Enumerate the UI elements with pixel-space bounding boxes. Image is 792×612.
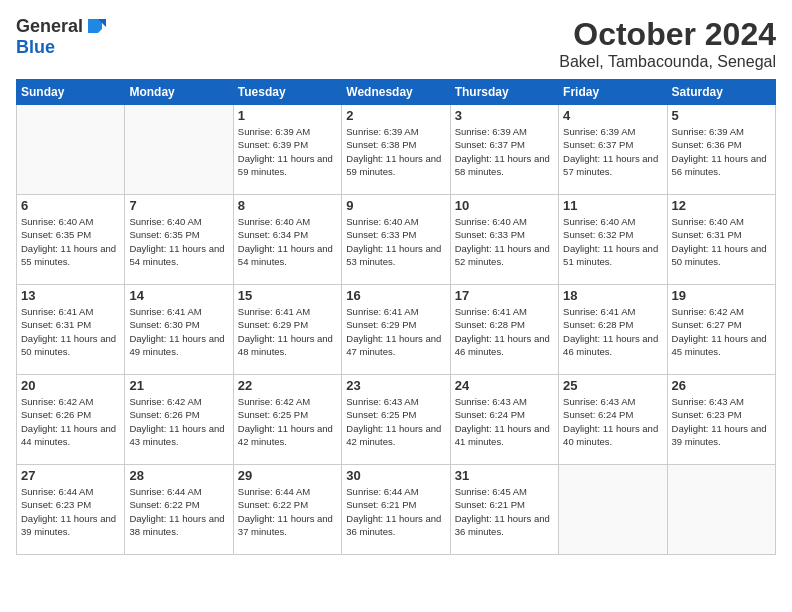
calendar-cell: 16Sunrise: 6:41 AM Sunset: 6:29 PM Dayli… — [342, 285, 450, 375]
day-number: 1 — [238, 108, 337, 123]
calendar-cell: 9Sunrise: 6:40 AM Sunset: 6:33 PM Daylig… — [342, 195, 450, 285]
day-info: Sunrise: 6:42 AM Sunset: 6:25 PM Dayligh… — [238, 395, 337, 448]
calendar-cell: 13Sunrise: 6:41 AM Sunset: 6:31 PM Dayli… — [17, 285, 125, 375]
week-row-5: 27Sunrise: 6:44 AM Sunset: 6:23 PM Dayli… — [17, 465, 776, 555]
logo-bird-icon — [84, 15, 106, 37]
title-area: October 2024 Bakel, Tambacounda, Senegal — [559, 16, 776, 71]
day-info: Sunrise: 6:41 AM Sunset: 6:28 PM Dayligh… — [455, 305, 554, 358]
day-info: Sunrise: 6:43 AM Sunset: 6:24 PM Dayligh… — [563, 395, 662, 448]
day-info: Sunrise: 6:44 AM Sunset: 6:23 PM Dayligh… — [21, 485, 120, 538]
calendar-cell: 22Sunrise: 6:42 AM Sunset: 6:25 PM Dayli… — [233, 375, 341, 465]
day-info: Sunrise: 6:43 AM Sunset: 6:24 PM Dayligh… — [455, 395, 554, 448]
week-row-1: 1Sunrise: 6:39 AM Sunset: 6:39 PM Daylig… — [17, 105, 776, 195]
calendar-cell: 10Sunrise: 6:40 AM Sunset: 6:33 PM Dayli… — [450, 195, 558, 285]
day-number: 10 — [455, 198, 554, 213]
calendar-cell — [125, 105, 233, 195]
svg-marker-0 — [88, 19, 102, 33]
day-info: Sunrise: 6:42 AM Sunset: 6:27 PM Dayligh… — [672, 305, 771, 358]
day-info: Sunrise: 6:39 AM Sunset: 6:38 PM Dayligh… — [346, 125, 445, 178]
calendar-cell: 15Sunrise: 6:41 AM Sunset: 6:29 PM Dayli… — [233, 285, 341, 375]
calendar-cell: 18Sunrise: 6:41 AM Sunset: 6:28 PM Dayli… — [559, 285, 667, 375]
day-info: Sunrise: 6:40 AM Sunset: 6:32 PM Dayligh… — [563, 215, 662, 268]
day-info: Sunrise: 6:44 AM Sunset: 6:22 PM Dayligh… — [238, 485, 337, 538]
week-row-2: 6Sunrise: 6:40 AM Sunset: 6:35 PM Daylig… — [17, 195, 776, 285]
calendar-table: SundayMondayTuesdayWednesdayThursdayFrid… — [16, 79, 776, 555]
weekday-header-row: SundayMondayTuesdayWednesdayThursdayFrid… — [17, 80, 776, 105]
day-number: 23 — [346, 378, 445, 393]
day-info: Sunrise: 6:44 AM Sunset: 6:22 PM Dayligh… — [129, 485, 228, 538]
calendar-cell: 11Sunrise: 6:40 AM Sunset: 6:32 PM Dayli… — [559, 195, 667, 285]
calendar-cell: 1Sunrise: 6:39 AM Sunset: 6:39 PM Daylig… — [233, 105, 341, 195]
calendar-cell: 7Sunrise: 6:40 AM Sunset: 6:35 PM Daylig… — [125, 195, 233, 285]
day-number: 21 — [129, 378, 228, 393]
day-info: Sunrise: 6:39 AM Sunset: 6:39 PM Dayligh… — [238, 125, 337, 178]
weekday-header-thursday: Thursday — [450, 80, 558, 105]
day-info: Sunrise: 6:41 AM Sunset: 6:28 PM Dayligh… — [563, 305, 662, 358]
calendar-cell: 17Sunrise: 6:41 AM Sunset: 6:28 PM Dayli… — [450, 285, 558, 375]
day-info: Sunrise: 6:40 AM Sunset: 6:35 PM Dayligh… — [129, 215, 228, 268]
day-number: 7 — [129, 198, 228, 213]
day-number: 26 — [672, 378, 771, 393]
calendar-cell: 21Sunrise: 6:42 AM Sunset: 6:26 PM Dayli… — [125, 375, 233, 465]
weekday-header-monday: Monday — [125, 80, 233, 105]
day-number: 13 — [21, 288, 120, 303]
logo-general: General — [16, 16, 83, 37]
day-info: Sunrise: 6:44 AM Sunset: 6:21 PM Dayligh… — [346, 485, 445, 538]
day-number: 5 — [672, 108, 771, 123]
day-number: 27 — [21, 468, 120, 483]
header: General Blue October 2024 Bakel, Tambaco… — [16, 16, 776, 71]
calendar-cell: 26Sunrise: 6:43 AM Sunset: 6:23 PM Dayli… — [667, 375, 775, 465]
weekday-header-sunday: Sunday — [17, 80, 125, 105]
day-info: Sunrise: 6:43 AM Sunset: 6:25 PM Dayligh… — [346, 395, 445, 448]
calendar-cell: 19Sunrise: 6:42 AM Sunset: 6:27 PM Dayli… — [667, 285, 775, 375]
day-number: 31 — [455, 468, 554, 483]
day-number: 3 — [455, 108, 554, 123]
day-number: 4 — [563, 108, 662, 123]
calendar-cell — [559, 465, 667, 555]
calendar-cell: 20Sunrise: 6:42 AM Sunset: 6:26 PM Dayli… — [17, 375, 125, 465]
day-info: Sunrise: 6:40 AM Sunset: 6:31 PM Dayligh… — [672, 215, 771, 268]
calendar-cell: 12Sunrise: 6:40 AM Sunset: 6:31 PM Dayli… — [667, 195, 775, 285]
weekday-header-wednesday: Wednesday — [342, 80, 450, 105]
logo-blue: Blue — [16, 37, 55, 58]
calendar-cell — [17, 105, 125, 195]
day-number: 28 — [129, 468, 228, 483]
day-number: 8 — [238, 198, 337, 213]
logo: General Blue — [16, 16, 106, 58]
day-info: Sunrise: 6:42 AM Sunset: 6:26 PM Dayligh… — [21, 395, 120, 448]
day-number: 16 — [346, 288, 445, 303]
day-number: 19 — [672, 288, 771, 303]
calendar-cell — [667, 465, 775, 555]
calendar-cell: 29Sunrise: 6:44 AM Sunset: 6:22 PM Dayli… — [233, 465, 341, 555]
day-number: 6 — [21, 198, 120, 213]
day-number: 15 — [238, 288, 337, 303]
day-info: Sunrise: 6:41 AM Sunset: 6:30 PM Dayligh… — [129, 305, 228, 358]
day-number: 14 — [129, 288, 228, 303]
day-number: 30 — [346, 468, 445, 483]
day-info: Sunrise: 6:39 AM Sunset: 6:37 PM Dayligh… — [563, 125, 662, 178]
day-number: 12 — [672, 198, 771, 213]
calendar-cell: 5Sunrise: 6:39 AM Sunset: 6:36 PM Daylig… — [667, 105, 775, 195]
month-title: October 2024 — [559, 16, 776, 53]
day-info: Sunrise: 6:41 AM Sunset: 6:29 PM Dayligh… — [346, 305, 445, 358]
day-info: Sunrise: 6:41 AM Sunset: 6:31 PM Dayligh… — [21, 305, 120, 358]
day-info: Sunrise: 6:41 AM Sunset: 6:29 PM Dayligh… — [238, 305, 337, 358]
day-info: Sunrise: 6:42 AM Sunset: 6:26 PM Dayligh… — [129, 395, 228, 448]
calendar-cell: 30Sunrise: 6:44 AM Sunset: 6:21 PM Dayli… — [342, 465, 450, 555]
day-number: 25 — [563, 378, 662, 393]
weekday-header-tuesday: Tuesday — [233, 80, 341, 105]
calendar-cell: 4Sunrise: 6:39 AM Sunset: 6:37 PM Daylig… — [559, 105, 667, 195]
day-number: 17 — [455, 288, 554, 303]
day-number: 29 — [238, 468, 337, 483]
calendar-cell: 25Sunrise: 6:43 AM Sunset: 6:24 PM Dayli… — [559, 375, 667, 465]
weekday-header-friday: Friday — [559, 80, 667, 105]
location-title: Bakel, Tambacounda, Senegal — [559, 53, 776, 71]
week-row-3: 13Sunrise: 6:41 AM Sunset: 6:31 PM Dayli… — [17, 285, 776, 375]
calendar-cell: 24Sunrise: 6:43 AM Sunset: 6:24 PM Dayli… — [450, 375, 558, 465]
day-info: Sunrise: 6:40 AM Sunset: 6:35 PM Dayligh… — [21, 215, 120, 268]
weekday-header-saturday: Saturday — [667, 80, 775, 105]
day-number: 2 — [346, 108, 445, 123]
calendar-cell: 8Sunrise: 6:40 AM Sunset: 6:34 PM Daylig… — [233, 195, 341, 285]
week-row-4: 20Sunrise: 6:42 AM Sunset: 6:26 PM Dayli… — [17, 375, 776, 465]
day-info: Sunrise: 6:39 AM Sunset: 6:37 PM Dayligh… — [455, 125, 554, 178]
